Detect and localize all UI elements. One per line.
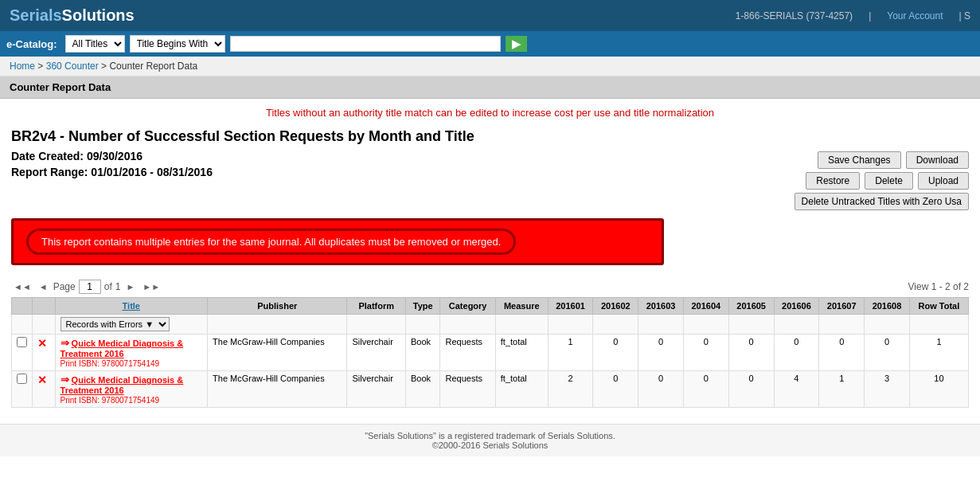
content: Titles without an authority title match … — [0, 99, 980, 416]
col-201605: 201605 — [728, 298, 774, 315]
filter-cell-13 — [774, 315, 819, 335]
row2-201606: 4 — [774, 371, 819, 408]
row1-row-total: 1 — [909, 335, 968, 371]
header-separator: | — [869, 10, 871, 22]
report-range-sep: - — [150, 166, 157, 178]
filter-cell-10 — [638, 315, 684, 335]
table-wrapper: Title Publisher Platform Type Category M… — [11, 297, 969, 408]
error-banner: This report contains multiple entries fo… — [11, 218, 664, 265]
page-number-input[interactable]: 1 — [79, 280, 101, 294]
row1-201607: 0 — [819, 335, 865, 371]
filter-cell-14 — [819, 315, 865, 335]
table-row: ✕ ⇒ Quick Medical Diagnosis &Treatment 2… — [12, 335, 969, 371]
report-meta: Date Created: 09/30/2016 Report Range: 0… — [11, 150, 969, 210]
download-button[interactable]: Download — [906, 151, 969, 169]
filter-cell-3 — [208, 315, 347, 335]
records-filter-select[interactable]: Records with Errors ▼ — [61, 317, 170, 331]
filter-cell-9 — [593, 315, 638, 335]
row2-checkbox[interactable] — [17, 374, 27, 384]
last-page-btn[interactable]: ►► — [140, 282, 162, 292]
col-checkbox — [12, 298, 33, 315]
page-heading: Counter Report Data — [0, 76, 980, 99]
row1-201603: 0 — [638, 335, 684, 371]
report-range-end: 08/31/2016 — [157, 166, 213, 178]
delete-untracked-button[interactable]: Delete Untracked Titles with Zero Usa — [795, 193, 969, 210]
filter-cell-title: Records with Errors ▼ — [55, 315, 208, 335]
report-actions: Save Changes Download Restore Delete Upl… — [795, 151, 969, 210]
col-201606: 201606 — [774, 298, 819, 315]
search-input[interactable] — [230, 36, 501, 52]
col-row-total: Row Total — [909, 298, 968, 315]
phone-number: 1-866-SERIALS (737-4257) — [736, 10, 853, 22]
row2-201603: 0 — [638, 371, 684, 408]
first-page-btn[interactable]: ◄◄ — [11, 282, 33, 292]
row2-type: Book — [406, 371, 440, 408]
header: SerialsSolutions 1-866-SERIALS (737-4257… — [0, 0, 980, 31]
all-titles-select[interactable]: All Titles — [65, 35, 125, 53]
breadcrumb-sep2: > — [101, 61, 109, 72]
delete-button[interactable]: Delete — [865, 172, 913, 190]
account-link[interactable]: Your Account — [887, 10, 943, 22]
data-table: Title Publisher Platform Type Category M… — [11, 297, 969, 408]
breadcrumb: Home > 360 Counter > Counter Report Data — [0, 57, 980, 76]
filter-cell-blank-2 — [33, 315, 56, 335]
row1-arrow-icon[interactable]: ⇒ — [61, 337, 69, 349]
upload-button[interactable]: Upload — [918, 172, 969, 190]
filter-cell-4 — [347, 315, 406, 335]
row2-201601: 2 — [548, 371, 593, 408]
row2-title-link[interactable]: Quick Medical Diagnosis &Treatment 2016 — [61, 375, 184, 395]
search-type-select[interactable]: Title Begins With — [130, 35, 225, 53]
row2-title-cell: ⇒ Quick Medical Diagnosis &Treatment 201… — [55, 371, 208, 408]
action-row-3: Delete Untracked Titles with Zero Usa — [795, 193, 969, 210]
s-link: | S — [959, 10, 970, 22]
col-category: Category — [440, 298, 495, 315]
col-title[interactable]: Title — [55, 298, 208, 315]
col-201608: 201608 — [865, 298, 910, 315]
filter-cell-8 — [548, 315, 593, 335]
go-button[interactable]: ▶ — [506, 36, 527, 52]
footer: "Serials Solutions" is a registered trad… — [0, 424, 980, 456]
navbar: e-Catalog: All Titles Title Begins With … — [0, 31, 980, 57]
table-body: ✕ ⇒ Quick Medical Diagnosis &Treatment 2… — [12, 335, 969, 408]
col-201604: 201604 — [683, 298, 728, 315]
filter-cell-12 — [728, 315, 774, 335]
row1-201604: 0 — [683, 335, 728, 371]
filter-cell-blank-1 — [12, 315, 33, 335]
filter-cell-11 — [683, 315, 728, 335]
prev-page-btn[interactable]: ◄ — [37, 282, 50, 292]
row1-measure: ft_total — [495, 335, 548, 371]
breadcrumb-current: Counter Report Data — [109, 61, 197, 72]
row1-201602: 0 — [593, 335, 638, 371]
breadcrumb-home[interactable]: Home — [10, 61, 35, 72]
next-page-btn[interactable]: ► — [123, 282, 137, 292]
restore-button[interactable]: Restore — [806, 172, 860, 190]
ecatalog-label: e-Catalog: — [6, 38, 57, 50]
filter-cell-7 — [495, 315, 548, 335]
col-measure: Measure — [495, 298, 548, 315]
col-201602: 201602 — [593, 298, 638, 315]
save-changes-button[interactable]: Save Changes — [818, 151, 901, 169]
row1-checkbox[interactable] — [17, 337, 27, 347]
col-platform: Platform — [347, 298, 406, 315]
col-201607: 201607 — [819, 298, 865, 315]
header-right: 1-866-SERIALS (737-4257) | Your Account … — [736, 10, 970, 22]
row2-201604: 0 — [683, 371, 728, 408]
row1-title-link[interactable]: Quick Medical Diagnosis &Treatment 2016 — [61, 339, 184, 358]
row2-delete-cell: ✕ — [33, 371, 56, 408]
row2-delete-icon[interactable]: ✕ — [37, 374, 47, 386]
row2-201608: 3 — [865, 371, 910, 408]
row2-category: Requests — [440, 371, 495, 408]
row1-delete-icon[interactable]: ✕ — [37, 337, 47, 350]
filter-cell-6 — [440, 315, 495, 335]
col-type: Type — [406, 298, 440, 315]
pagination-right: View 1 - 2 of 2 — [908, 281, 970, 292]
row1-publisher: The McGraw-Hill Companies — [208, 335, 347, 371]
table-filter-row: Records with Errors ▼ — [12, 315, 969, 335]
row1-isbn: Print ISBN: 9780071754149 — [61, 359, 160, 368]
footer-trademark: "Serials Solutions" is a registered trad… — [6, 431, 974, 440]
row2-arrow-icon[interactable]: ⇒ — [61, 374, 69, 386]
breadcrumb-counter[interactable]: 360 Counter — [46, 61, 99, 72]
view-label: View 1 - 2 of 2 — [908, 281, 970, 292]
row2-isbn: Print ISBN: 9780071754149 — [61, 396, 160, 405]
date-created-label: Date Created: — [11, 150, 84, 162]
